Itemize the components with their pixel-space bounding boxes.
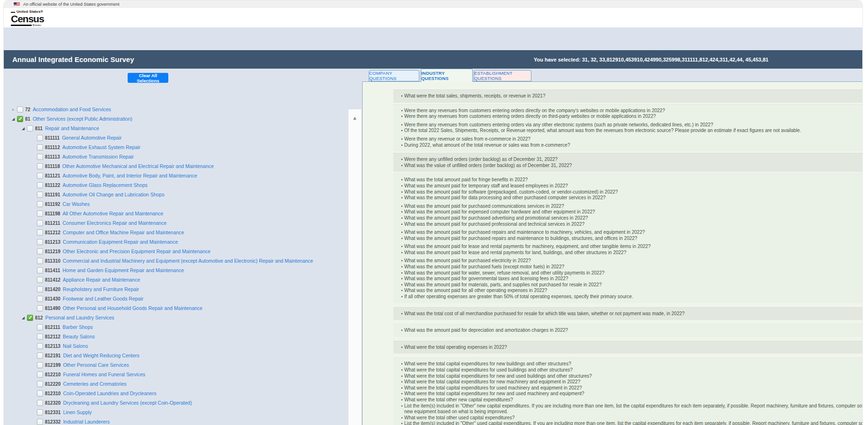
naics-label-link[interactable]: Home and Garden Equipment Repair and Mai… (62, 267, 184, 273)
tree-node-811118[interactable]: 811118Other Automotive Mechanical and El… (4, 161, 354, 171)
naics-label-link[interactable]: Automotive Transmission Repair (62, 154, 134, 159)
tree-node-812191[interactable]: 812191Diet and Weight Reducing Centers (4, 351, 354, 360)
tree-node-811122[interactable]: 811122Automotive Glass Replacement Shops (4, 180, 354, 190)
naics-label-link[interactable]: Drycleaning and Laundry Services (except… (63, 400, 192, 406)
tree-node-812331[interactable]: 812331Linen Supply (4, 407, 354, 417)
naics-label-link[interactable]: Communication Equipment Repair and Maint… (63, 239, 178, 245)
tree-node-811219[interactable]: 811219Other Electronic and Precision Equ… (4, 247, 354, 256)
naics-label-link[interactable]: Barber Shops (62, 324, 93, 330)
checkbox-unchecked[interactable] (37, 135, 43, 141)
checkbox-unchecked[interactable] (37, 409, 43, 416)
checkbox-unchecked[interactable] (27, 125, 33, 132)
naics-label-link[interactable]: Other Electronic and Precision Equipment… (63, 248, 210, 254)
naics-label-link[interactable]: Other Personal Care Services (63, 362, 129, 368)
naics-label-link[interactable]: Nail Salons (63, 343, 88, 349)
tree-node-811211[interactable]: 811211Consumer Electronics Repair and Ma… (4, 218, 354, 228)
tree-node-811121[interactable]: 811121Automotive Body, Paint, and Interi… (4, 171, 354, 180)
tab-industry-questions[interactable]: INDUSTRY QUESTIONS (421, 69, 473, 82)
collapse-icon[interactable]: ◢ (19, 316, 27, 320)
checkbox-unchecked[interactable] (37, 343, 43, 349)
collapse-icon[interactable]: ◢ (19, 126, 27, 131)
checkbox-unchecked[interactable] (37, 211, 43, 217)
checkbox-unchecked[interactable] (37, 324, 43, 330)
checkbox-unchecked[interactable] (37, 220, 43, 226)
tree-node-72[interactable]: ▸72Accommodation and Food Services (4, 105, 354, 114)
tree-node-812310[interactable]: 812310Coin-Operated Laundries and Drycle… (4, 389, 354, 398)
tree-node-811411[interactable]: 811411Home and Garden Equipment Repair a… (4, 266, 354, 275)
checkbox-unchecked[interactable] (37, 362, 43, 368)
checkbox-unchecked[interactable] (37, 305, 43, 311)
tree-node-811113[interactable]: 811113Automotive Transmission Repair (4, 152, 354, 161)
naics-label-link[interactable]: Automotive Oil Change and Lubrication Sh… (62, 192, 164, 197)
naics-label-link[interactable]: Accommodation and Food Services (33, 106, 111, 112)
checkbox-unchecked[interactable] (37, 182, 43, 188)
collapse-icon[interactable]: ◢ (9, 117, 17, 121)
tree-node-812210[interactable]: 812210Funeral Homes and Funeral Services (4, 370, 354, 379)
expand-icon[interactable]: ▸ (9, 107, 17, 112)
checkbox-unchecked[interactable] (37, 154, 43, 160)
checkbox-unchecked[interactable] (37, 201, 43, 207)
naics-label-link[interactable]: Industrial Launderers (63, 419, 110, 425)
tree-node-811420[interactable]: 811420Reupholstery and Furniture Repair (4, 284, 354, 294)
naics-label-link[interactable]: Automotive Body, Paint, and Interior Rep… (62, 173, 197, 178)
naics-label-link[interactable]: Personal and Laundry Services (45, 315, 114, 320)
naics-label-link[interactable]: Linen Supply (63, 409, 92, 415)
tree-node-812199[interactable]: 812199Other Personal Care Services (4, 360, 354, 370)
checkbox-unchecked[interactable] (37, 390, 43, 397)
naics-label-link[interactable]: Cemeteries and Crematories (63, 381, 126, 387)
naics-label-link[interactable]: Commercial and Industrial Machinery and … (63, 258, 313, 264)
checkbox-unchecked[interactable] (37, 400, 43, 406)
checkbox-unchecked[interactable] (37, 144, 43, 151)
checkbox-unchecked[interactable] (37, 258, 43, 264)
clear-all-selections-button[interactable]: Clear All Selections (128, 73, 168, 83)
naics-label-link[interactable]: Repair and Maintenance (45, 125, 99, 131)
naics-label-link[interactable]: Other Automotive Mechanical and Electric… (62, 163, 214, 169)
checkbox-unchecked[interactable] (37, 192, 43, 198)
checkbox-unchecked[interactable] (37, 230, 43, 236)
tree-node-812112[interactable]: 812112Beauty Salons (4, 332, 354, 341)
naics-label-link[interactable]: Other Personal and Household Goods Repai… (63, 305, 202, 311)
naics-label-link[interactable]: Automotive Exhaust System Repair (62, 144, 140, 150)
checkbox-checked[interactable] (17, 116, 23, 122)
naics-label-link[interactable]: All Other Automotive Repair and Maintena… (62, 211, 163, 216)
checkbox-unchecked[interactable] (37, 296, 43, 302)
scroll-up-icon[interactable]: ▲ (348, 115, 361, 121)
checkbox-unchecked[interactable] (37, 163, 43, 169)
naics-label-link[interactable]: General Automotive Repair (62, 135, 122, 141)
naics-label-link[interactable]: Automotive Glass Replacement Shops (62, 182, 148, 188)
tree-node-812113[interactable]: 812113Nail Salons (4, 341, 354, 351)
tree-node-811490[interactable]: 811490Other Personal and Household Goods… (4, 303, 354, 313)
tree-node-811310[interactable]: 811310Commercial and Industrial Machiner… (4, 256, 354, 266)
naics-label-link[interactable]: Footwear and Leather Goods Repair (63, 296, 143, 301)
checkbox-unchecked[interactable] (37, 239, 43, 245)
question-panel-scrollbar[interactable]: ▲ (348, 109, 361, 425)
tree-node-811198[interactable]: 811198All Other Automotive Repair and Ma… (4, 209, 354, 218)
checkbox-unchecked[interactable] (37, 248, 43, 255)
tree-node-811430[interactable]: 811430Footwear and Leather Goods Repair (4, 294, 354, 303)
tree-node-81[interactable]: ◢81Other Services (except Public Adminis… (4, 114, 354, 124)
naics-label-link[interactable]: Reupholstery and Furniture Repair (63, 286, 139, 292)
naics-label-link[interactable]: Computer and Office Machine Repair and M… (63, 230, 184, 235)
checkbox-unchecked[interactable] (37, 277, 43, 283)
checkbox-unchecked[interactable] (37, 173, 43, 179)
naics-label-link[interactable]: Funeral Homes and Funeral Services (63, 372, 145, 377)
census-logo[interactable]: United States® Census Bureau (11, 10, 44, 27)
tab-establishment-questions[interactable]: ESTABLISHMENT QUESTIONS (474, 70, 531, 81)
tree-node-811112[interactable]: 811112Automotive Exhaust System Repair (4, 142, 354, 152)
checkbox-unchecked[interactable] (37, 334, 43, 340)
tree-node-811212[interactable]: 811212Computer and Office Machine Repair… (4, 228, 354, 237)
checkbox-unchecked[interactable] (37, 381, 43, 387)
tree-node-811213[interactable]: 811213Communication Equipment Repair and… (4, 237, 354, 247)
checkbox-unchecked[interactable] (37, 286, 43, 292)
tree-node-811192[interactable]: 811192Car Washes (4, 199, 354, 209)
tree-node-812111[interactable]: 812111Barber Shops (4, 322, 354, 332)
tree-node-812[interactable]: ◢812Personal and Laundry Services (4, 313, 354, 322)
tree-node-812320[interactable]: 812320Drycleaning and Laundry Services (… (4, 398, 354, 407)
tree-node-811[interactable]: ◢811Repair and Maintenance (4, 124, 354, 133)
tree-node-811191[interactable]: 811191Automotive Oil Change and Lubricat… (4, 190, 354, 199)
checkbox-checked[interactable] (27, 315, 33, 321)
tab-company-questions[interactable]: COMPANY QUESTIONS (369, 70, 419, 81)
naics-label-link[interactable]: Consumer Electronics Repair and Maintena… (62, 220, 166, 226)
naics-label-link[interactable]: Appliance Repair and Maintenance (63, 277, 140, 283)
checkbox-unchecked[interactable] (37, 419, 43, 425)
